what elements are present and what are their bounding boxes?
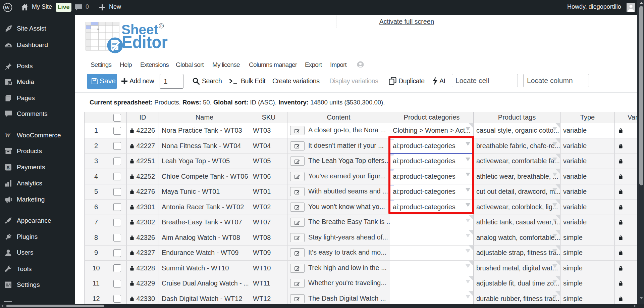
svg-text:Editor: Editor (122, 32, 168, 52)
svg-text:W: W (5, 132, 11, 139)
svg-text:$: $ (7, 165, 10, 170)
svg-text:W: W (4, 4, 10, 11)
svg-text:R: R (160, 24, 163, 28)
